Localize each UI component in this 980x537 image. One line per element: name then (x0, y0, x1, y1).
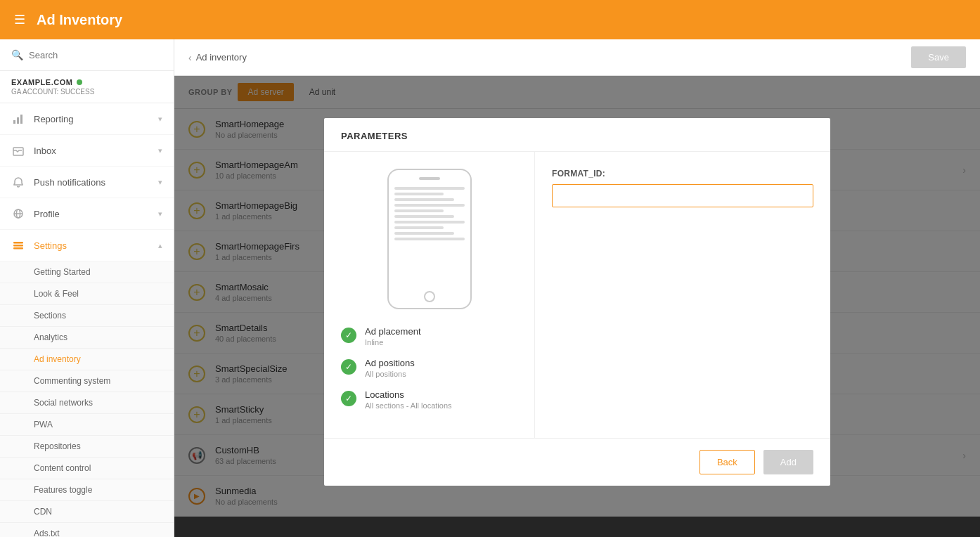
reporting-icon (11, 112, 25, 126)
feature-locations: ✓ Locations All sections - All locations (341, 389, 517, 410)
phone-line (394, 198, 454, 201)
settings-icon (11, 238, 25, 252)
parameters-modal: PARAMETERS (324, 118, 830, 486)
inbox-arrow: ▾ (158, 146, 162, 155)
format-id-input[interactable] (552, 184, 813, 207)
sidebar-item-settings[interactable]: Settings ▴ (0, 230, 174, 261)
inbox-icon (11, 143, 25, 157)
svg-rect-0 (13, 120, 15, 124)
feature-name: Locations (365, 389, 452, 400)
search-input[interactable] (29, 50, 162, 60)
modal-right-panel: FORMAT_ID: (535, 152, 830, 438)
phone-line (394, 187, 465, 190)
svg-rect-9 (13, 247, 23, 250)
sidebar: 🔍 EXAMPLE.COM GA ACCOUNT: SUCCESS Report… (0, 39, 174, 537)
sub-nav-cdn[interactable]: CDN (0, 501, 174, 523)
bell-icon (11, 175, 25, 189)
sidebar-search: 🔍 (0, 39, 174, 71)
ga-account: GA ACCOUNT: SUCCESS (11, 88, 162, 96)
phone-home-button (424, 291, 435, 302)
phone-line (394, 238, 465, 240)
check-icon: ✓ (341, 328, 356, 343)
phone-screen (394, 187, 465, 299)
check-icon: ✓ (341, 391, 356, 406)
feature-value: All sections - All locations (365, 401, 452, 410)
back-button[interactable]: Back (699, 450, 755, 474)
phone-line (394, 215, 454, 218)
feature-name: Ad placement (365, 326, 421, 337)
phone-line (394, 221, 465, 224)
sidebar-item-profile[interactable]: Profile ▾ (0, 198, 174, 230)
profile-arrow: ▾ (158, 209, 162, 219)
feature-info: Ad placement Inline (365, 326, 421, 347)
svg-rect-1 (17, 117, 19, 124)
phone-line (394, 204, 465, 207)
content-area: ‹ Ad inventory Save GROUP BY Ad server A… (174, 39, 980, 537)
svg-rect-2 (20, 115, 22, 124)
feature-ad-placement: ✓ Ad placement Inline (341, 326, 517, 347)
sub-nav-commenting-system[interactable]: Commenting system (0, 370, 174, 392)
sidebar-item-push-notifications[interactable]: Push notifications ▾ (0, 167, 174, 198)
sub-nav-repositories[interactable]: Repositories (0, 436, 174, 458)
hamburger-icon[interactable]: ☰ (14, 12, 25, 27)
sub-nav-features-toggle[interactable]: Features toggle (0, 479, 174, 501)
check-icon: ✓ (341, 359, 356, 375)
content-topbar: ‹ Ad inventory Save (174, 39, 980, 76)
sub-nav-pwa[interactable]: PWA (0, 414, 174, 436)
search-icon: 🔍 (11, 49, 23, 60)
phone-line (394, 209, 444, 212)
sub-nav-analytics[interactable]: Analytics (0, 327, 174, 349)
sidebar-item-inbox[interactable]: Inbox ▾ (0, 135, 174, 167)
sub-nav-look-feel[interactable]: Look & Feel (0, 283, 174, 305)
top-header: ☰ Ad Inventory (0, 0, 980, 39)
main-layout: 🔍 EXAMPLE.COM GA ACCOUNT: SUCCESS Report… (0, 39, 980, 537)
phone-line (394, 232, 454, 235)
modal-footer: Back Add (324, 438, 830, 486)
sub-nav-content-control[interactable]: Content control (0, 458, 174, 479)
globe-icon (11, 207, 25, 221)
site-info: EXAMPLE.COM GA ACCOUNT: SUCCESS (0, 71, 174, 103)
svg-rect-8 (13, 245, 23, 247)
sub-nav-ads-txt[interactable]: Ads.txt (0, 523, 174, 537)
settings-arrow: ▴ (158, 241, 162, 250)
modal-overlay: PARAMETERS (174, 76, 980, 537)
phone-line (394, 226, 444, 229)
modal-header: PARAMETERS (324, 118, 830, 152)
content-body: GROUP BY Ad server Ad unit + SmartHomepa… (174, 76, 980, 537)
add-button[interactable]: Add (763, 450, 813, 474)
feature-info: Locations All sections - All locations (365, 389, 452, 410)
phone-mockup (387, 169, 472, 309)
save-button[interactable]: Save (911, 46, 966, 68)
feature-value: Inline (365, 338, 421, 347)
breadcrumb: ‹ Ad inventory (188, 52, 247, 63)
breadcrumb-arrow-icon: ‹ (188, 52, 192, 63)
feature-name: Ad positions (365, 358, 415, 368)
svg-rect-7 (13, 242, 23, 244)
feature-ad-positions: ✓ Ad positions All positions (341, 358, 517, 378)
feature-value: All positions (365, 370, 415, 378)
sub-nav-getting-started[interactable]: Getting Started (0, 261, 174, 283)
header-title: Ad Inventory (37, 12, 122, 28)
modal-body: ✓ Ad placement Inline ✓ Ad pos (324, 152, 830, 438)
push-arrow: ▾ (158, 178, 162, 187)
modal-left-panel: ✓ Ad placement Inline ✓ Ad pos (324, 152, 535, 438)
site-status-dot (77, 79, 82, 85)
feature-info: Ad positions All positions (365, 358, 415, 378)
sub-nav-social-networks[interactable]: Social networks (0, 392, 174, 414)
settings-sub-nav: Getting Started Look & Feel Sections Ana… (0, 261, 174, 537)
format-id-label: FORMAT_ID: (552, 169, 813, 179)
modal-features: ✓ Ad placement Inline ✓ Ad pos (341, 326, 517, 421)
sub-nav-ad-inventory[interactable]: Ad inventory (0, 349, 174, 370)
phone-speaker (419, 177, 440, 180)
sidebar-item-reporting[interactable]: Reporting ▾ (0, 103, 174, 135)
site-name: EXAMPLE.COM (11, 78, 162, 86)
modal-title: PARAMETERS (341, 131, 408, 141)
reporting-arrow: ▾ (158, 115, 162, 124)
sub-nav-sections[interactable]: Sections (0, 305, 174, 327)
phone-line (394, 193, 444, 195)
